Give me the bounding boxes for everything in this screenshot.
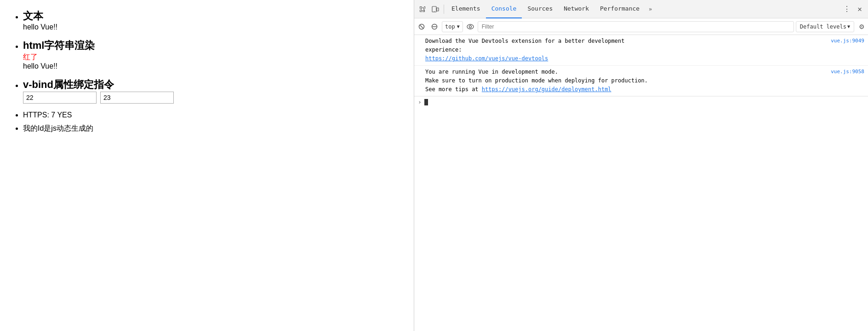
svg-point-8 bbox=[467, 24, 474, 29]
tab-performance[interactable]: Performance bbox=[594, 0, 645, 18]
section-title-text: 文本 bbox=[23, 10, 43, 22]
list-item-https: HTTPS: 7 YES bbox=[23, 111, 400, 119]
filter-input[interactable] bbox=[478, 21, 794, 32]
clear-console-icon[interactable] bbox=[416, 21, 427, 32]
input-23[interactable] bbox=[100, 92, 174, 104]
devtools-link[interactable]: https://github.com/vuejs/vue-devtools bbox=[425, 55, 548, 62]
console-message-1: Download the Vue Devtools extension for … bbox=[414, 35, 868, 66]
message-source-1[interactable]: vue.js:9049 bbox=[831, 37, 864, 45]
tab-network[interactable]: Network bbox=[558, 0, 594, 18]
section-title-html: html字符串渲染 bbox=[23, 40, 95, 51]
inspect-icon[interactable] bbox=[416, 3, 429, 16]
svg-point-9 bbox=[469, 25, 471, 28]
svg-point-3 bbox=[434, 11, 435, 12]
default-levels-selector[interactable]: Default levels ▼ bbox=[796, 21, 854, 32]
svg-line-5 bbox=[420, 25, 423, 28]
settings-icon[interactable]: ⚙ bbox=[857, 21, 866, 32]
tab-sources[interactable]: Sources bbox=[522, 0, 558, 18]
close-devtools-icon[interactable]: ✕ bbox=[853, 3, 866, 16]
console-toolbar: top ▼ Default levels ▼ ⚙ bbox=[414, 18, 868, 35]
section-title-bind: v-bind属性绑定指令 bbox=[23, 79, 114, 90]
red-text: 红了 bbox=[23, 52, 400, 62]
message-source-2[interactable]: vue.js:9058 bbox=[831, 68, 864, 76]
message-text-2: You are running Vue in development mode.… bbox=[425, 68, 827, 94]
block-icon[interactable] bbox=[429, 21, 440, 32]
message-text-1: Download the Vue Devtools extension for … bbox=[425, 37, 827, 64]
input-22[interactable] bbox=[23, 92, 97, 104]
devtools-tabbar: Elements Console Sources Network Perform… bbox=[414, 0, 868, 18]
section-content-text: hello Vue!! bbox=[23, 23, 400, 31]
context-selector[interactable]: top ▼ bbox=[442, 21, 463, 32]
svg-rect-2 bbox=[437, 8, 439, 11]
console-content: Download the Vue Devtools extension for … bbox=[414, 35, 868, 331]
device-icon[interactable] bbox=[429, 3, 442, 16]
toolbar-separator-1 bbox=[444, 5, 444, 14]
console-input-row: › bbox=[414, 96, 868, 107]
console-cursor bbox=[424, 99, 428, 105]
devtools-menu-icon[interactable]: ⋮ bbox=[840, 3, 853, 16]
console-message-2: You are running Vue in development mode.… bbox=[414, 66, 868, 97]
eye-icon[interactable] bbox=[465, 21, 476, 32]
main-content: 文本 hello Vue!! html字符串渲染 红了 hello Vue!! … bbox=[0, 0, 414, 331]
tab-elements[interactable]: Elements bbox=[446, 0, 486, 18]
devtools-panel: Elements Console Sources Network Perform… bbox=[414, 0, 868, 331]
chevron-down-icon: ▼ bbox=[457, 24, 460, 29]
svg-rect-0 bbox=[421, 8, 424, 11]
tab-more[interactable]: » bbox=[645, 0, 656, 18]
deployment-link[interactable]: https://vuejs.org/guide/deployment.html bbox=[482, 86, 611, 93]
console-prompt-icon: › bbox=[418, 99, 422, 105]
section-content-html: hello Vue!! bbox=[23, 62, 400, 70]
chevron-down-icon-levels: ▼ bbox=[847, 24, 850, 29]
input-group bbox=[23, 92, 400, 104]
list-item-id: 我的Id是js动态生成的 bbox=[23, 124, 400, 134]
tab-console[interactable]: Console bbox=[486, 0, 522, 18]
